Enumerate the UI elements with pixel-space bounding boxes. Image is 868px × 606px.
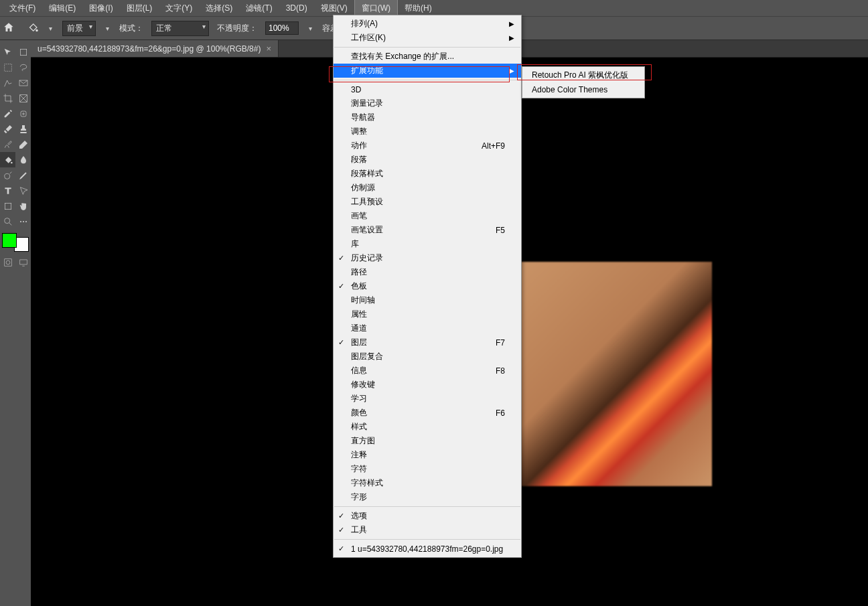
- close-icon[interactable]: ×: [266, 44, 271, 54]
- blur-tool[interactable]: [15, 152, 31, 167]
- menu-image[interactable]: 图像(I): [82, 0, 119, 17]
- stamp-tool[interactable]: [15, 121, 31, 137]
- lasso-tool[interactable]: [15, 60, 31, 75]
- shape-tool[interactable]: [0, 198, 15, 214]
- menu-item[interactable]: 图层复合: [334, 350, 521, 364]
- menu-item[interactable]: 测量记录: [334, 96, 521, 110]
- menu-item[interactable]: 段落: [334, 153, 521, 167]
- menu-filter[interactable]: 滤镜(T): [239, 0, 279, 17]
- fill-chevron-icon[interactable]: ▾: [104, 25, 111, 32]
- menu-item[interactable]: 字符样式: [334, 476, 521, 490]
- menu-item[interactable]: ✓历史记录: [334, 251, 521, 265]
- check-icon: ✓: [338, 338, 344, 347]
- check-icon: ✓: [338, 544, 344, 553]
- menu-item[interactable]: 修改键: [334, 378, 521, 392]
- submenu-item[interactable]: Retouch Pro AI 紫枫优化版: [522, 68, 644, 82]
- pen-tool[interactable]: [15, 167, 31, 183]
- heal-tool[interactable]: [15, 106, 31, 121]
- path-select-tool[interactable]: [15, 183, 31, 198]
- menu-item[interactable]: 注释: [334, 448, 521, 462]
- menu-item[interactable]: 画笔设置F5: [334, 223, 521, 237]
- type-tool[interactable]: [0, 183, 15, 198]
- menu-view[interactable]: 视图(V): [314, 0, 354, 17]
- menu-item[interactable]: 排列(A)▶: [334, 17, 521, 31]
- menu-item[interactable]: 信息F8: [334, 364, 521, 378]
- home-icon[interactable]: [3, 21, 15, 35]
- more-tools[interactable]: [15, 214, 31, 229]
- color-swatches[interactable]: [2, 233, 29, 252]
- document-tab[interactable]: u=543932780,442188973&fm=26&gp=0.jpg @ 1…: [31, 40, 279, 57]
- svg-point-0: [36, 29, 38, 31]
- menu-item[interactable]: 颜色F6: [334, 406, 521, 420]
- menu-item[interactable]: 画笔: [334, 209, 521, 223]
- bucket-tool[interactable]: [0, 152, 15, 167]
- menu-help[interactable]: 帮助(H): [398, 0, 439, 17]
- menu-item[interactable]: 工具预设: [334, 195, 521, 209]
- menu-item[interactable]: ✓1 u=543932780,442188973fm=26gp=0.jpg: [334, 542, 521, 556]
- menu-item[interactable]: 导航器: [334, 110, 521, 125]
- crop-tool[interactable]: [0, 90, 15, 106]
- quick-select-tool[interactable]: [0, 75, 15, 90]
- envelope-tool[interactable]: [15, 75, 31, 90]
- submenu-arrow-icon: ▶: [509, 67, 514, 74]
- menu-item[interactable]: ✓色板: [334, 279, 521, 293]
- tool-preset-chevron-icon[interactable]: ▾: [47, 25, 54, 32]
- screenmode-icon[interactable]: [15, 256, 31, 269]
- history-brush-tool[interactable]: [0, 137, 15, 152]
- menu-item[interactable]: 仿制源: [334, 181, 521, 195]
- submenu-item-label: Retouch Pro AI 紫枫优化版: [532, 70, 628, 81]
- eyedropper-tool[interactable]: [0, 106, 15, 121]
- svg-rect-2: [4, 64, 11, 71]
- artboard-tool[interactable]: [15, 44, 31, 60]
- menu-item[interactable]: ✓工具: [334, 523, 521, 537]
- move-tool[interactable]: [0, 44, 15, 60]
- menu-item[interactable]: 时间轴: [334, 293, 521, 307]
- menu-item[interactable]: 通道: [334, 321, 521, 335]
- menu-item[interactable]: 字符: [334, 462, 521, 476]
- menu-item[interactable]: 字形: [334, 490, 521, 504]
- opacity-chevron-icon[interactable]: ▾: [307, 25, 314, 32]
- menu-item[interactable]: 调整: [334, 125, 521, 139]
- menu-item[interactable]: 段落样式: [334, 167, 521, 181]
- frame-tool[interactable]: [15, 90, 31, 106]
- menu-item[interactable]: 查找有关 Exchange 的扩展...: [334, 50, 521, 64]
- svg-point-12: [25, 221, 27, 222]
- menu-select[interactable]: 选择(S): [199, 0, 239, 17]
- document-tab-title: u=543932780,442188973&fm=26&gp=0.jpg @ 1…: [38, 44, 261, 54]
- menu-item[interactable]: 扩展功能▶: [334, 64, 521, 78]
- menu-type[interactable]: 文字(Y): [159, 0, 199, 17]
- menu-item[interactable]: 学习: [334, 392, 521, 406]
- brush-tool[interactable]: [0, 121, 15, 137]
- menu-item-label: 直方图: [351, 435, 375, 447]
- menu-item[interactable]: 动作Alt+F9: [334, 139, 521, 153]
- menu-item-label: 字符样式: [351, 477, 383, 489]
- menu-item[interactable]: 路径: [334, 265, 521, 279]
- menu-layer[interactable]: 图层(L): [120, 0, 159, 17]
- check-icon: ✓: [338, 254, 344, 262]
- quickmask-icon[interactable]: [0, 256, 15, 269]
- zoom-tool[interactable]: [0, 214, 15, 229]
- bucket-tool-icon[interactable]: [23, 21, 39, 35]
- submenu-item[interactable]: Adobe Color Themes: [522, 82, 644, 96]
- hand-tool[interactable]: [15, 198, 31, 214]
- menu-item[interactable]: 直方图: [334, 434, 521, 448]
- menu-edit[interactable]: 编辑(E): [42, 0, 82, 17]
- eraser-tool[interactable]: [15, 137, 31, 152]
- menu-item-label: 工作区(K): [351, 32, 386, 44]
- marquee-tool[interactable]: [0, 60, 15, 75]
- menu-file[interactable]: 文件(F): [3, 0, 42, 17]
- foreground-color-swatch[interactable]: [2, 233, 17, 248]
- opacity-input[interactable]: 100%: [265, 21, 299, 35]
- menu-item[interactable]: 3D: [334, 82, 521, 96]
- menu-item[interactable]: 属性: [334, 307, 521, 321]
- menu-item[interactable]: 样式: [334, 420, 521, 434]
- menu-item[interactable]: 库: [334, 237, 521, 251]
- menu-item[interactable]: ✓图层F7: [334, 335, 521, 350]
- dodge-tool[interactable]: [0, 167, 15, 183]
- menu-3d[interactable]: 3D(D): [279, 1, 314, 15]
- opacity-label: 不透明度：: [217, 23, 257, 34]
- menu-item[interactable]: ✓选项: [334, 509, 521, 523]
- blend-mode-dropdown[interactable]: 正常: [151, 21, 209, 36]
- menu-item[interactable]: 工作区(K)▶: [334, 31, 521, 45]
- fill-source-dropdown[interactable]: 前景: [62, 21, 96, 36]
